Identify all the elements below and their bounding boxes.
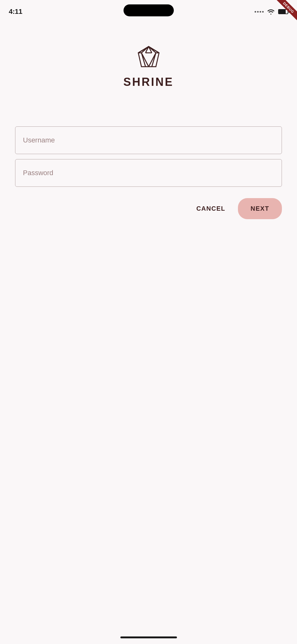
debug-badge: DEBUG xyxy=(274,0,297,23)
next-button[interactable]: NEXT xyxy=(238,198,282,219)
app-title: SHRINE xyxy=(123,75,173,89)
status-bar: 4:11 xyxy=(0,0,297,19)
logo-container: SHRINE xyxy=(123,44,173,89)
main-content: SHRINE CANCEL NEXT xyxy=(0,19,297,219)
wifi-icon xyxy=(267,8,275,15)
diamond-icon xyxy=(135,44,163,69)
username-input[interactable] xyxy=(15,126,282,154)
home-indicator xyxy=(120,636,177,638)
debug-label: DEBUG xyxy=(276,0,297,20)
password-input[interactable] xyxy=(15,159,282,187)
signal-icon xyxy=(255,11,264,13)
svg-marker-0 xyxy=(138,47,159,67)
form-container: CANCEL NEXT xyxy=(15,126,282,219)
buttons-row: CANCEL NEXT xyxy=(15,198,282,219)
dynamic-island xyxy=(124,4,174,16)
status-time: 4:11 xyxy=(9,8,22,16)
cancel-button[interactable]: CANCEL xyxy=(191,201,230,216)
